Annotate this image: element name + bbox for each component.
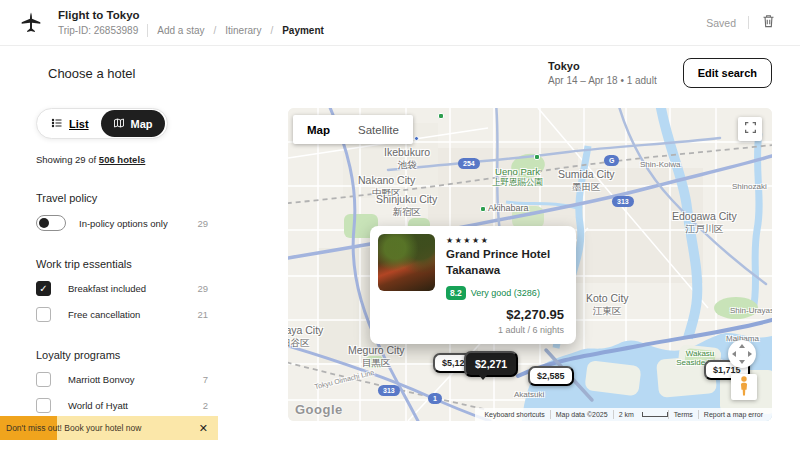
map-label-setagaya: Setagaya City世田谷区	[288, 324, 323, 348]
route-badge: 313	[612, 196, 634, 207]
divider	[748, 16, 749, 29]
breadcrumb-separator: /	[270, 25, 273, 36]
hotel-card[interactable]: ★★★★★ Grand Prince Hotel Takanawa 8.2 Ve…	[370, 226, 576, 344]
toggle-knob	[39, 218, 49, 228]
scale-bar	[642, 412, 668, 417]
map-attribution: Keyboard shortcuts Map data ©2025 2 km T…	[475, 408, 772, 421]
filter-marriott-bonvoy[interactable]: Marriott Bonvoy 7	[36, 372, 208, 387]
hotel-name: Grand Prince Hotel Takanawa	[446, 247, 568, 278]
banner-message: Don't miss out! Book your hotel now	[0, 423, 141, 433]
arrow-left-icon	[732, 351, 736, 357]
breadcrumb-itinerary[interactable]: Itinerary	[225, 25, 261, 36]
station-marker	[480, 206, 486, 212]
map-label-ueno-park: Ueno Park上野恩賜公園	[492, 166, 543, 188]
keyboard-shortcuts-link[interactable]: Keyboard shortcuts	[479, 411, 549, 418]
checkbox-checked[interactable]: ✓	[36, 281, 51, 296]
google-logo: Google	[295, 402, 343, 417]
price-marker-selected[interactable]: $2,271	[464, 351, 518, 377]
filter-breakfast-included[interactable]: ✓ Breakfast included 29	[36, 281, 208, 296]
arrow-right-icon	[748, 351, 752, 357]
filters-sidebar: List Map Showing 29 of 506 hotels Travel…	[0, 100, 288, 449]
map-label-edogawa: Edogawa City江戸川区	[672, 210, 737, 234]
map-label-sumida: Sumida City墨田区	[558, 168, 615, 192]
sub-header: Choose a hotel Tokyo Apr 14 – Apr 18 • 1…	[0, 46, 800, 100]
map-label-koto: Koto City江東区	[586, 292, 629, 316]
rating-label: Very good (3286)	[471, 288, 540, 298]
route-badge: 254	[458, 158, 480, 169]
destination: Tokyo	[548, 60, 657, 72]
in-policy-toggle[interactable]	[36, 215, 66, 231]
list-icon	[51, 117, 63, 131]
map-label-shinjuku: Shinjuku City新宿区	[376, 193, 437, 217]
check-icon: ✓	[39, 283, 47, 294]
report-map-error-link[interactable]: Report a map error	[699, 411, 768, 418]
top-bar: Flight to Tokyo Trip-ID: 26853989 Add a …	[0, 0, 800, 46]
checkbox-unchecked[interactable]	[36, 372, 51, 387]
scale-label: 2 km	[614, 411, 639, 418]
trash-icon	[761, 13, 776, 32]
delete-trip-button[interactable]	[761, 13, 776, 32]
app-window: Flight to Tokyo Trip-ID: 26853989 Add a …	[0, 0, 800, 449]
trip-id: Trip-ID: 26853989	[58, 25, 138, 36]
list-view-button[interactable]: List	[39, 110, 101, 137]
map-label-akihabara: Akihabara	[488, 203, 529, 214]
map-type-satellite-button[interactable]: Satellite	[344, 115, 413, 144]
station-marker	[438, 113, 444, 119]
fullscreen-button[interactable]	[738, 117, 762, 141]
route-badge: 313	[378, 385, 400, 396]
arrow-down-icon	[739, 360, 745, 364]
pegman-icon	[738, 376, 750, 399]
breadcrumb-add-a-stay[interactable]: Add a stay	[157, 25, 204, 36]
route-badge: 1	[428, 393, 442, 404]
map-canvas[interactable]: Ikebukuro池袋 Nakano City中野区 Shinjuku City…	[288, 108, 772, 421]
view-toggle: List Map	[36, 108, 168, 139]
filter-world-of-hyatt[interactable]: World of Hyatt 2	[36, 398, 208, 413]
street-view-pegman[interactable]	[731, 374, 757, 400]
banner-close-button[interactable]: ✕	[199, 422, 208, 435]
arrow-up-icon	[739, 344, 745, 348]
map-label-meguro: Meguro City目黒区	[348, 344, 405, 368]
terms-link[interactable]: Terms	[669, 411, 698, 418]
map-type-control: Map Satellite	[293, 115, 413, 144]
travel-policy-heading: Travel policy	[36, 192, 266, 204]
map-data-label: Map data ©2025	[551, 411, 613, 418]
map-label-shin-koiwa: Shin-Koiwa	[640, 160, 680, 170]
breadcrumb-payment[interactable]: Payment	[282, 25, 324, 36]
trip-title: Flight to Tokyo	[58, 9, 324, 21]
route-badge: G	[604, 155, 619, 166]
map-label-shinozaki: Shinozaki	[732, 182, 767, 192]
results-summary: Showing 29 of 506 hotels	[36, 154, 266, 165]
page-title: Choose a hotel	[48, 66, 135, 81]
promo-banner: Don't miss out! Book your hotel now ✕	[0, 416, 218, 440]
map-type-map-button[interactable]: Map	[293, 115, 344, 144]
checkbox-unchecked[interactable]	[36, 398, 51, 413]
work-trip-heading: Work trip essentials	[36, 258, 266, 270]
map-label-shin-urayasu: Shin-Urayasu	[730, 306, 772, 316]
hotel-count-link[interactable]: 506 hotels	[99, 154, 145, 165]
pan-control[interactable]	[728, 340, 756, 368]
hotel-photo	[378, 234, 435, 291]
map-icon	[113, 117, 125, 131]
saved-status: Saved	[706, 17, 736, 29]
fullscreen-icon	[744, 121, 757, 137]
map-view-button[interactable]: Map	[101, 110, 165, 137]
loyalty-heading: Loyalty programs	[36, 349, 266, 361]
station-marker	[414, 136, 419, 141]
filter-free-cancellation[interactable]: Free cancellation 21	[36, 307, 208, 322]
dates-occupancy: Apr 14 – Apr 18 • 1 adult	[548, 75, 657, 86]
edit-search-button[interactable]: Edit search	[683, 58, 772, 88]
divider	[147, 24, 148, 37]
search-summary: Tokyo Apr 14 – Apr 18 • 1 adult	[548, 60, 657, 86]
airplane-icon	[18, 10, 44, 36]
station-marker	[534, 154, 540, 160]
hotel-price-caption: 1 adult / 6 nights	[498, 325, 564, 335]
hotel-star-rating: ★★★★★	[446, 236, 489, 245]
map-label-ikebukuro: Ikebukuro池袋	[384, 146, 430, 170]
map-label-akatsuki: Akatsuki	[514, 390, 544, 400]
checkbox-unchecked[interactable]	[36, 307, 51, 322]
hotel-price: $2,270.95	[498, 307, 564, 322]
price-marker[interactable]: $2,585	[528, 366, 574, 386]
breadcrumb-separator: /	[214, 25, 217, 36]
rating-score-badge: 8.2	[446, 286, 466, 300]
in-policy-toggle-row[interactable]: In-policy options only 29	[36, 215, 208, 231]
